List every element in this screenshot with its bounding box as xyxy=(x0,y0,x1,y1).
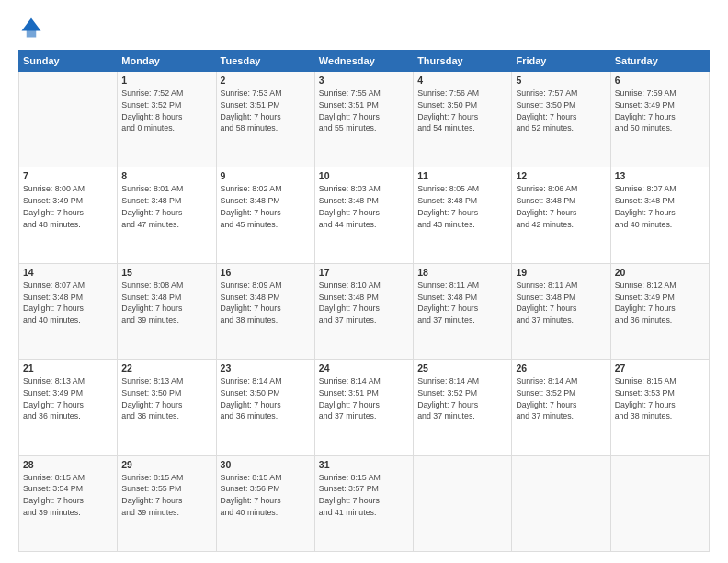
day-info: Sunrise: 8:14 AMSunset: 3:52 PMDaylight:… xyxy=(417,375,507,422)
day-number: 27 xyxy=(615,362,705,373)
day-info: Sunrise: 8:15 AMSunset: 3:57 PMDaylight:… xyxy=(319,472,409,519)
day-info: Sunrise: 8:07 AMSunset: 3:48 PMDaylight:… xyxy=(615,183,705,230)
calendar-cell: 27Sunrise: 8:15 AMSunset: 3:53 PMDayligh… xyxy=(610,360,709,455)
calendar-cell: 11Sunrise: 8:05 AMSunset: 3:48 PMDayligh… xyxy=(414,167,512,263)
day-number: 1 xyxy=(121,75,211,86)
day-of-week-header: Saturday xyxy=(610,51,709,72)
day-number: 18 xyxy=(417,267,507,278)
day-info: Sunrise: 8:15 AMSunset: 3:53 PMDaylight:… xyxy=(615,375,705,422)
calendar-cell: 6Sunrise: 7:59 AMSunset: 3:49 PMDaylight… xyxy=(610,72,709,167)
day-of-week-header: Tuesday xyxy=(216,51,314,72)
day-number: 13 xyxy=(615,170,705,181)
calendar-cell: 18Sunrise: 8:11 AMSunset: 3:48 PMDayligh… xyxy=(414,263,512,359)
day-number: 2 xyxy=(221,75,311,86)
calendar-cell: 31Sunrise: 8:15 AMSunset: 3:57 PMDayligh… xyxy=(314,455,413,551)
calendar-cell xyxy=(414,455,512,551)
header-row: SundayMondayTuesdayWednesdayThursdayFrid… xyxy=(19,51,710,72)
calendar-cell: 23Sunrise: 8:14 AMSunset: 3:50 PMDayligh… xyxy=(216,360,314,455)
calendar-week-row: 14Sunrise: 8:07 AMSunset: 3:48 PMDayligh… xyxy=(19,263,710,359)
day-info: Sunrise: 8:15 AMSunset: 3:54 PMDaylight:… xyxy=(23,472,113,519)
day-number: 9 xyxy=(221,170,311,181)
calendar-cell: 26Sunrise: 8:14 AMSunset: 3:52 PMDayligh… xyxy=(512,360,610,455)
day-number: 22 xyxy=(121,362,211,373)
day-info: Sunrise: 8:13 AMSunset: 3:49 PMDaylight:… xyxy=(23,375,113,422)
day-info: Sunrise: 8:09 AMSunset: 3:48 PMDaylight:… xyxy=(221,280,311,327)
day-info: Sunrise: 8:08 AMSunset: 3:48 PMDaylight:… xyxy=(121,280,211,327)
day-number: 29 xyxy=(121,459,211,470)
day-info: Sunrise: 8:13 AMSunset: 3:50 PMDaylight:… xyxy=(121,375,211,422)
day-number: 25 xyxy=(417,362,507,373)
day-info: Sunrise: 8:15 AMSunset: 3:56 PMDaylight:… xyxy=(221,472,311,519)
calendar-cell: 9Sunrise: 8:02 AMSunset: 3:48 PMDaylight… xyxy=(216,167,314,263)
day-info: Sunrise: 8:07 AMSunset: 3:48 PMDaylight:… xyxy=(23,280,113,327)
day-info: Sunrise: 8:14 AMSunset: 3:51 PMDaylight:… xyxy=(319,375,409,422)
calendar-cell: 20Sunrise: 8:12 AMSunset: 3:49 PMDayligh… xyxy=(610,263,709,359)
calendar-cell: 22Sunrise: 8:13 AMSunset: 3:50 PMDayligh… xyxy=(118,360,216,455)
calendar-cell: 5Sunrise: 7:57 AMSunset: 3:50 PMDaylight… xyxy=(512,72,610,167)
day-number: 6 xyxy=(615,75,705,86)
day-number: 12 xyxy=(516,170,606,181)
day-info: Sunrise: 8:00 AMSunset: 3:49 PMDaylight:… xyxy=(23,183,113,230)
day-number: 19 xyxy=(516,267,606,278)
day-number: 31 xyxy=(319,459,409,470)
day-number: 30 xyxy=(221,459,311,470)
calendar-cell xyxy=(610,455,709,551)
day-of-week-header: Wednesday xyxy=(314,51,413,72)
calendar-cell: 1Sunrise: 7:52 AMSunset: 3:52 PMDaylight… xyxy=(118,72,216,167)
day-number: 7 xyxy=(23,170,113,181)
day-info: Sunrise: 8:14 AMSunset: 3:52 PMDaylight:… xyxy=(516,375,606,422)
calendar-week-row: 21Sunrise: 8:13 AMSunset: 3:49 PMDayligh… xyxy=(19,360,710,455)
day-number: 23 xyxy=(221,362,311,373)
day-info: Sunrise: 8:14 AMSunset: 3:50 PMDaylight:… xyxy=(221,375,311,422)
logo xyxy=(18,15,48,40)
day-info: Sunrise: 7:56 AMSunset: 3:50 PMDaylight:… xyxy=(417,87,507,134)
day-info: Sunrise: 7:59 AMSunset: 3:49 PMDaylight:… xyxy=(615,87,705,134)
header xyxy=(18,15,710,40)
day-number: 15 xyxy=(121,267,211,278)
day-number: 14 xyxy=(23,267,113,278)
calendar-cell: 13Sunrise: 8:07 AMSunset: 3:48 PMDayligh… xyxy=(610,167,709,263)
day-info: Sunrise: 8:12 AMSunset: 3:49 PMDaylight:… xyxy=(615,280,705,327)
calendar-week-row: 7Sunrise: 8:00 AMSunset: 3:49 PMDaylight… xyxy=(19,167,710,263)
calendar-cell: 8Sunrise: 8:01 AMSunset: 3:48 PMDaylight… xyxy=(118,167,216,263)
calendar-cell: 12Sunrise: 8:06 AMSunset: 3:48 PMDayligh… xyxy=(512,167,610,263)
calendar-header: SundayMondayTuesdayWednesdayThursdayFrid… xyxy=(19,51,710,72)
calendar-cell xyxy=(512,455,610,551)
day-info: Sunrise: 8:05 AMSunset: 3:48 PMDaylight:… xyxy=(417,183,507,230)
day-of-week-header: Friday xyxy=(512,51,610,72)
calendar-cell: 16Sunrise: 8:09 AMSunset: 3:48 PMDayligh… xyxy=(216,263,314,359)
day-number: 8 xyxy=(121,170,211,181)
calendar-table: SundayMondayTuesdayWednesdayThursdayFrid… xyxy=(18,50,710,552)
day-number: 10 xyxy=(319,170,409,181)
calendar-cell: 10Sunrise: 8:03 AMSunset: 3:48 PMDayligh… xyxy=(314,167,413,263)
day-info: Sunrise: 8:01 AMSunset: 3:48 PMDaylight:… xyxy=(121,183,211,230)
day-info: Sunrise: 7:52 AMSunset: 3:52 PMDaylight:… xyxy=(121,87,211,134)
calendar-cell: 15Sunrise: 8:08 AMSunset: 3:48 PMDayligh… xyxy=(118,263,216,359)
day-number: 17 xyxy=(319,267,409,278)
day-info: Sunrise: 7:53 AMSunset: 3:51 PMDaylight:… xyxy=(221,87,311,134)
day-of-week-header: Sunday xyxy=(19,51,118,72)
calendar-cell: 25Sunrise: 8:14 AMSunset: 3:52 PMDayligh… xyxy=(414,360,512,455)
day-info: Sunrise: 8:02 AMSunset: 3:48 PMDaylight:… xyxy=(221,183,311,230)
calendar-cell: 30Sunrise: 8:15 AMSunset: 3:56 PMDayligh… xyxy=(216,455,314,551)
day-of-week-header: Monday xyxy=(118,51,216,72)
calendar-cell: 14Sunrise: 8:07 AMSunset: 3:48 PMDayligh… xyxy=(19,263,118,359)
day-number: 20 xyxy=(615,267,705,278)
calendar-body: 1Sunrise: 7:52 AMSunset: 3:52 PMDaylight… xyxy=(19,72,710,552)
day-number: 5 xyxy=(516,75,606,86)
page: SundayMondayTuesdayWednesdayThursdayFrid… xyxy=(0,0,728,563)
day-number: 24 xyxy=(319,362,409,373)
calendar-week-row: 28Sunrise: 8:15 AMSunset: 3:54 PMDayligh… xyxy=(19,455,710,551)
day-info: Sunrise: 7:55 AMSunset: 3:51 PMDaylight:… xyxy=(319,87,409,134)
day-number: 28 xyxy=(23,459,113,470)
svg-marker-1 xyxy=(27,26,37,37)
calendar-cell: 2Sunrise: 7:53 AMSunset: 3:51 PMDaylight… xyxy=(216,72,314,167)
day-of-week-header: Thursday xyxy=(414,51,512,72)
day-info: Sunrise: 8:15 AMSunset: 3:55 PMDaylight:… xyxy=(121,472,211,519)
day-info: Sunrise: 8:06 AMSunset: 3:48 PMDaylight:… xyxy=(516,183,606,230)
day-number: 4 xyxy=(417,75,507,86)
day-number: 21 xyxy=(23,362,113,373)
day-info: Sunrise: 8:11 AMSunset: 3:48 PMDaylight:… xyxy=(516,280,606,327)
day-info: Sunrise: 7:57 AMSunset: 3:50 PMDaylight:… xyxy=(516,87,606,134)
calendar-cell: 24Sunrise: 8:14 AMSunset: 3:51 PMDayligh… xyxy=(314,360,413,455)
